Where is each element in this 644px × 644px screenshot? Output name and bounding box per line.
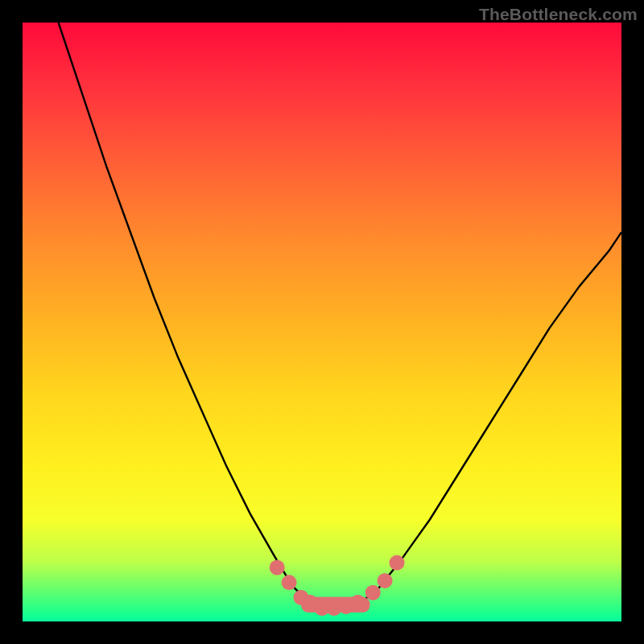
chart-overlay [23, 23, 621, 621]
highlight-dot [378, 573, 393, 588]
highlight-dot [365, 585, 381, 601]
highlight-dot [390, 555, 405, 571]
highlight-dot [282, 575, 297, 590]
highlight-dot [270, 560, 285, 576]
bottleneck-curve [59, 23, 621, 609]
highlight-dots [270, 555, 405, 617]
watermark-text: TheBottleneck.com [479, 5, 638, 24]
highlight-dot [315, 601, 330, 616]
highlight-dot [350, 595, 365, 610]
chart-frame: TheBottleneck.com [0, 0, 644, 644]
plot-area [23, 23, 621, 621]
highlight-dot [326, 601, 341, 616]
valley-band [301, 597, 370, 613]
highlight-dot [294, 590, 309, 605]
highlight-dot [338, 599, 353, 614]
highlight-dot [303, 595, 318, 610]
